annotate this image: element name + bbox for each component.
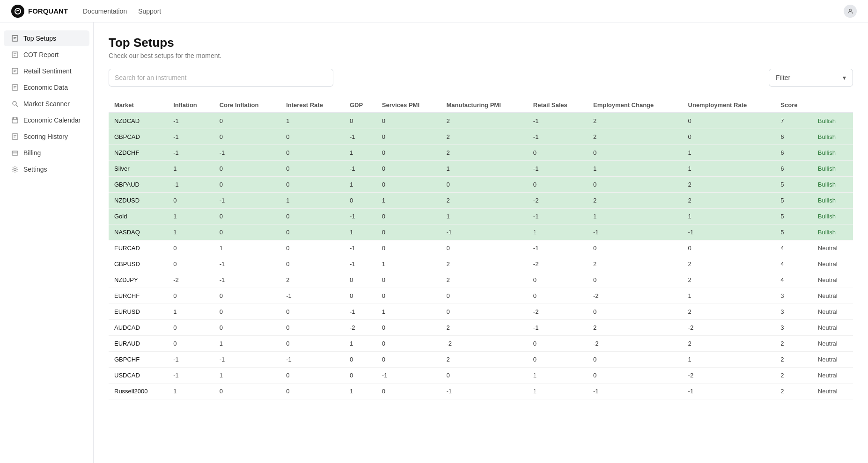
cell-services_pmi: 0 xyxy=(376,288,441,304)
cell-gdp: -2 xyxy=(344,320,376,336)
table-row: GBPCAD-100-102-1206Bullish xyxy=(109,129,853,145)
cell-score: 4 xyxy=(775,272,812,288)
sidebar-item-settings[interactable]: Settings xyxy=(4,161,89,177)
cell-market: GBPUSD xyxy=(109,256,168,272)
cell-interest_rate: 1 xyxy=(280,193,344,209)
cell-gdp: -1 xyxy=(344,256,376,272)
col-market: Market xyxy=(109,98,168,113)
table-row: GBPCHF-1-1-10020012Neutral xyxy=(109,352,853,368)
cell-gdp: 1 xyxy=(344,383,376,399)
logo[interactable]: FORQUANT xyxy=(11,5,68,18)
cell-market: Silver xyxy=(109,161,168,177)
cell-core_inflation: -1 xyxy=(214,272,280,288)
cell-sentiment: Neutral xyxy=(812,256,853,272)
table-header: Market Inflation Core Inflation Interest… xyxy=(109,98,853,113)
cell-interest_rate: 0 xyxy=(280,145,344,161)
table-row: GBPAUD-1001000025Bullish xyxy=(109,177,853,193)
page-subtitle: Check our best setups for the moment. xyxy=(109,52,853,59)
cell-unemployment_rate: 2 xyxy=(683,177,775,193)
cell-employment_change: 0 xyxy=(588,304,683,320)
filter-button[interactable]: Filter ▾ xyxy=(769,69,853,87)
cell-market: NZDJPY xyxy=(109,272,168,288)
col-employment-change: Employment Change xyxy=(588,98,683,113)
cell-score: 5 xyxy=(775,209,812,224)
cell-sentiment: Bullish xyxy=(812,224,853,240)
cell-gdp: 0 xyxy=(344,352,376,368)
cell-retail_sales: 1 xyxy=(528,368,588,383)
cell-inflation: -1 xyxy=(168,113,213,129)
cell-retail_sales: 1 xyxy=(528,383,588,399)
cell-sentiment: Bullish xyxy=(812,177,853,193)
cell-sentiment: Bullish xyxy=(812,113,853,129)
cell-inflation: -1 xyxy=(168,145,213,161)
cell-manufacturing_pmi: -1 xyxy=(441,224,528,240)
cell-manufacturing_pmi: 2 xyxy=(441,129,528,145)
sidebar-item-cot-report[interactable]: COT Report xyxy=(4,47,89,63)
table-row: EURAUD01010-20-222Neutral xyxy=(109,336,853,352)
table-row: NZDUSD0-11012-2225Bullish xyxy=(109,193,853,209)
cell-gdp: 0 xyxy=(344,193,376,209)
cell-core_inflation: -1 xyxy=(214,352,280,368)
cell-services_pmi: 1 xyxy=(376,256,441,272)
cell-retail_sales: -1 xyxy=(528,320,588,336)
svg-point-1 xyxy=(849,9,852,11)
cell-market: Russell2000 xyxy=(109,383,168,399)
cell-score: 3 xyxy=(775,320,812,336)
sidebar-item-economic-data[interactable]: Economic Data xyxy=(4,80,89,95)
support-link[interactable]: Support xyxy=(138,7,161,15)
cell-gdp: 1 xyxy=(344,177,376,193)
logo-icon xyxy=(11,5,24,18)
cell-inflation: 0 xyxy=(168,336,213,352)
cell-market: GBPCAD xyxy=(109,129,168,145)
cell-core_inflation: 0 xyxy=(214,129,280,145)
table-row: GBPUSD0-10-112-2224Neutral xyxy=(109,256,853,272)
topnav: FORQUANT Documentation Support xyxy=(0,0,868,22)
cell-inflation: 1 xyxy=(168,209,213,224)
cell-market: NASDAQ xyxy=(109,224,168,240)
cell-unemployment_rate: 0 xyxy=(683,113,775,129)
cell-sentiment: Neutral xyxy=(812,288,853,304)
user-icon[interactable] xyxy=(844,5,857,18)
cell-inflation: 0 xyxy=(168,320,213,336)
sidebar-item-economic-calendar[interactable]: Economic Calendar xyxy=(4,112,89,128)
cell-retail_sales: 1 xyxy=(528,224,588,240)
cell-sentiment: Bullish xyxy=(812,209,853,224)
cell-services_pmi: 1 xyxy=(376,193,441,209)
search-input[interactable] xyxy=(109,69,333,87)
col-retail-sales: Retail Sales xyxy=(528,98,588,113)
cell-interest_rate: 0 xyxy=(280,161,344,177)
col-unemployment-rate: Unemployment Rate xyxy=(683,98,775,113)
documentation-link[interactable]: Documentation xyxy=(83,7,127,15)
sidebar-item-top-setups-label: Top Setups xyxy=(23,35,56,42)
cell-services_pmi: 0 xyxy=(376,352,441,368)
cell-interest_rate: 1 xyxy=(280,113,344,129)
cell-services_pmi: 0 xyxy=(376,336,441,352)
sidebar-item-market-scanner[interactable]: Market Scanner xyxy=(4,96,89,112)
cell-sentiment: Neutral xyxy=(812,272,853,288)
data-table-wrap: Market Inflation Core Inflation Interest… xyxy=(109,98,853,399)
cell-market: USDCAD xyxy=(109,368,168,383)
cell-sentiment: Bullish xyxy=(812,129,853,145)
sidebar: Top Setups COT Report Retail Sentiment E… xyxy=(0,22,94,463)
cell-core_inflation: -1 xyxy=(214,193,280,209)
sidebar-item-retail-sentiment[interactable]: Retail Sentiment xyxy=(4,63,89,79)
cell-market: EURAUD xyxy=(109,336,168,352)
sidebar-item-top-setups[interactable]: Top Setups xyxy=(4,30,89,46)
cell-core_inflation: 0 xyxy=(214,320,280,336)
cell-score: 5 xyxy=(775,224,812,240)
sidebar-item-settings-label: Settings xyxy=(23,166,47,173)
cell-core_inflation: 1 xyxy=(214,336,280,352)
sidebar-item-billing[interactable]: Billing xyxy=(4,145,89,161)
cell-sentiment: Neutral xyxy=(812,304,853,320)
cell-market: AUDCAD xyxy=(109,320,168,336)
svg-rect-8 xyxy=(12,68,18,74)
cell-inflation: 1 xyxy=(168,224,213,240)
sidebar-item-retail-sentiment-label: Retail Sentiment xyxy=(23,67,72,75)
cell-retail_sales: 0 xyxy=(528,272,588,288)
cell-retail_sales: 0 xyxy=(528,336,588,352)
cell-inflation: -1 xyxy=(168,352,213,368)
sidebar-item-market-scanner-label: Market Scanner xyxy=(23,100,70,108)
cell-interest_rate: 0 xyxy=(280,177,344,193)
svg-rect-20 xyxy=(12,134,18,139)
sidebar-item-scoring-history[interactable]: Scoring History xyxy=(4,129,89,145)
